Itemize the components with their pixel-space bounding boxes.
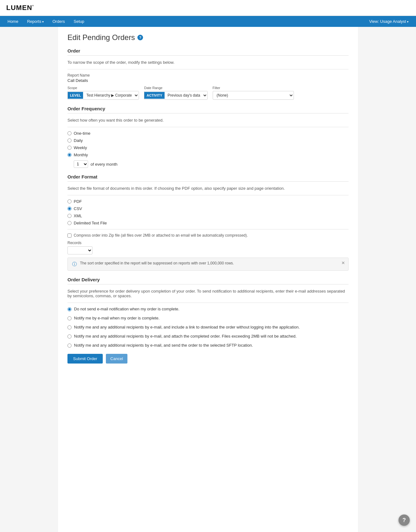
alert-info-text: The sort order specified in the report w… [80, 261, 234, 265]
button-row: Submit Order Cancel [67, 354, 349, 364]
nav-reports[interactable]: Reports [23, 16, 48, 27]
format-pdf-radio[interactable] [67, 199, 72, 203]
format-xml[interactable]: XML [67, 213, 349, 218]
compress-checkbox[interactable] [67, 233, 72, 238]
frequency-monthly-radio[interactable] [67, 153, 72, 157]
format-pdf-label: PDF [74, 199, 82, 204]
delivery-email-attach-label: Notify me and any additional recipients … [74, 334, 297, 339]
format-delimited-label: Delimited Text File [74, 221, 107, 225]
page-help-icon[interactable]: ? [137, 35, 143, 40]
month-day-select[interactable]: 1 2 3 5 10 15 20 25 28 [74, 160, 88, 168]
frequency-one-time[interactable]: One-time [67, 131, 349, 136]
activity-badge: ACTIVITY [144, 92, 164, 99]
scope-label: Scope [67, 86, 139, 90]
compress-checkbox-row[interactable]: Compress order into Zip file (all files … [67, 233, 349, 238]
frequency-weekly[interactable]: Weekly [67, 145, 349, 150]
date-range-label: Date Range [144, 86, 207, 90]
nav-left: Home Reports Orders Setup [3, 16, 89, 27]
filter-group: Filter (None) [213, 86, 294, 100]
month-day-suffix: of every month [91, 162, 117, 167]
delivery-email-me-radio[interactable] [67, 316, 72, 320]
alert-info-box: ⓘ The sort order specified in the report… [67, 258, 349, 271]
order-section: Order To narrow the scope of the order, … [67, 48, 349, 100]
nav-view-analyst[interactable]: View: Usage Analyst [365, 16, 413, 27]
nav-orders[interactable]: Orders [48, 16, 69, 27]
order-section-desc: To narrow the scope of the order, modify… [67, 60, 349, 65]
delivery-email-link-label: Notify me and any additional recipients … [74, 325, 300, 329]
frequency-radio-group: One-time Daily Weekly Monthly [67, 131, 349, 157]
nav-setup[interactable]: Setup [69, 16, 89, 27]
delivery-email-link-radio[interactable] [67, 325, 72, 329]
delivery-radio-group: Do not send e-mail notification when my … [67, 307, 349, 348]
scope-select[interactable]: Test Hierarchy ▶ Corporate [83, 91, 139, 99]
format-delimited[interactable]: Delimited Text File [67, 221, 349, 225]
month-day-row: 1 2 3 5 10 15 20 25 28 of every month [74, 160, 349, 168]
delivery-no-email-radio[interactable] [67, 307, 72, 311]
delivery-email-me-label: Notify me by e-mail when my order is com… [74, 316, 160, 320]
order-frequency-heading: Order Frequency [67, 106, 349, 113]
frequency-one-time-label: One-time [74, 131, 90, 136]
date-range-group: Date Range ACTIVITY Previous day's data [144, 86, 207, 100]
scope-select-wrapper: LEVEL Test Hierarchy ▶ Corporate [67, 91, 139, 100]
delivery-email-sftp[interactable]: Notify me and any additional recipients … [67, 343, 349, 348]
frequency-daily-label: Daily [74, 138, 83, 143]
report-name-label: Report Name [67, 73, 349, 78]
delivery-no-email[interactable]: Do not send e-mail notification when my … [67, 307, 349, 311]
nav: Home Reports Orders Setup View: Usage An… [0, 16, 416, 27]
order-frequency-section: Order Frequency Select how often you wan… [67, 106, 349, 168]
date-select-wrapper: ACTIVITY Previous day's data [144, 91, 207, 100]
order-format-heading: Order Format [67, 174, 349, 182]
filter-label: Filter [213, 86, 294, 90]
header: LUMEN° [0, 0, 416, 16]
frequency-weekly-label: Weekly [74, 145, 87, 150]
order-format-section: Order Format Select the file format of d… [67, 174, 349, 271]
alert-close-button[interactable]: ✕ [341, 260, 345, 265]
frequency-monthly-label: Monthly [74, 153, 88, 157]
scope-row: Scope LEVEL Test Hierarchy ▶ Corporate D… [67, 86, 349, 100]
scope-group: Scope LEVEL Test Hierarchy ▶ Corporate [67, 86, 139, 100]
main-content: Edit Pending Orders ? Order To narrow th… [58, 27, 358, 532]
format-csv-radio[interactable] [67, 207, 72, 211]
submit-order-button[interactable]: Submit Order [67, 354, 103, 364]
page-title: Edit Pending Orders [67, 33, 135, 42]
frequency-one-time-radio[interactable] [67, 131, 72, 135]
cancel-button[interactable]: Cancel [106, 354, 127, 364]
order-delivery-desc: Select your preference for order deliver… [67, 289, 349, 298]
delivery-email-attach-radio[interactable] [67, 334, 72, 339]
order-section-heading: Order [67, 48, 349, 56]
logo-text: LUMEN [6, 4, 32, 12]
compress-label: Compress order into Zip file (all files … [74, 233, 248, 238]
logo: LUMEN° [6, 4, 410, 12]
frequency-daily-radio[interactable] [67, 138, 72, 143]
delivery-no-email-label: Do not send e-mail notification when my … [74, 307, 179, 311]
order-delivery-section: Order Delivery Select your preference fo… [67, 277, 349, 348]
format-csv-label: CSV [74, 206, 82, 211]
delivery-email-sftp-label: Notify me and any additional recipients … [74, 343, 253, 348]
scope-badge: LEVEL [68, 92, 83, 99]
date-range-select[interactable]: Previous day's data [165, 91, 207, 99]
format-csv[interactable]: CSV [67, 206, 349, 211]
delivery-email-attach[interactable]: Notify me and any additional recipients … [67, 334, 349, 339]
format-delimited-radio[interactable] [67, 221, 72, 225]
order-frequency-desc: Select how often you want this order to … [67, 118, 349, 123]
page-title-row: Edit Pending Orders ? [67, 33, 349, 42]
format-pdf[interactable]: PDF [67, 199, 349, 204]
report-name-value: Call Details [67, 78, 349, 83]
records-label: Records [67, 241, 349, 245]
delivery-email-me[interactable]: Notify me by e-mail when my order is com… [67, 316, 349, 320]
filter-select[interactable]: (None) [213, 91, 294, 100]
alert-info-icon: ⓘ [72, 261, 77, 267]
nav-home[interactable]: Home [3, 16, 23, 27]
records-select[interactable] [67, 246, 92, 254]
frequency-weekly-radio[interactable] [67, 146, 72, 150]
delivery-email-sftp-radio[interactable] [67, 344, 72, 348]
format-xml-radio[interactable] [67, 214, 72, 218]
frequency-monthly[interactable]: Monthly [67, 153, 349, 157]
order-format-desc: Select the file format of documents in t… [67, 186, 349, 191]
delivery-email-link[interactable]: Notify me and any additional recipients … [67, 325, 349, 329]
floating-help-button[interactable]: ? [399, 514, 410, 526]
format-radio-group: PDF CSV XML Delimited Text File [67, 199, 349, 225]
format-xml-label: XML [74, 213, 82, 218]
order-delivery-heading: Order Delivery [67, 277, 349, 284]
frequency-daily[interactable]: Daily [67, 138, 349, 143]
